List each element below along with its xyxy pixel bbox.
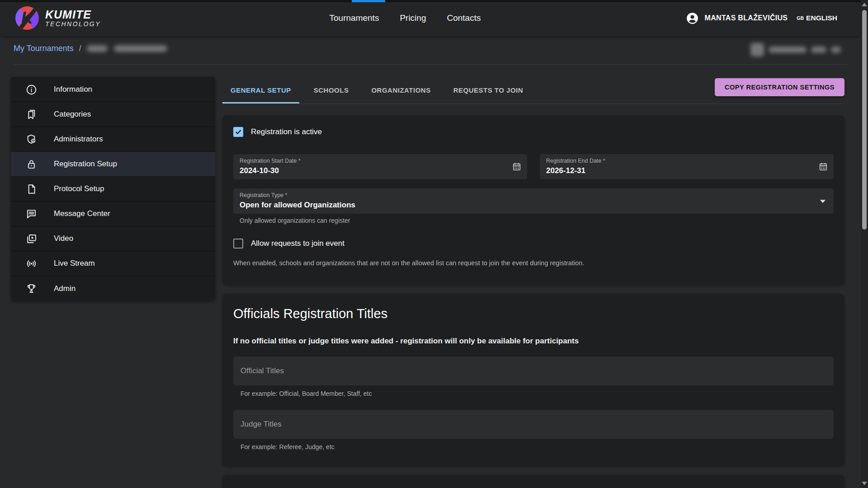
allow-requests-checkbox-row[interactable]: Allow requests to join event (233, 239, 834, 249)
top-strip (0, 0, 861, 2)
breadcrumb-link-my-tournaments[interactable]: My Tournaments (14, 44, 74, 53)
registration-active-checkbox-row[interactable]: Registration is active (233, 127, 834, 137)
document-icon (25, 183, 38, 195)
breadcrumb-divider (14, 64, 847, 65)
judge-titles-helper: For example: Referee, Judge, etc (241, 443, 834, 450)
registration-tabs: GENERAL SETUP SCHOOLS ORGANIZATIONS REQU… (222, 78, 844, 104)
tab-requests-to-join[interactable]: REQUESTS TO JOIN (445, 78, 531, 103)
redacted-date-badge (750, 43, 841, 56)
allow-requests-helper: When enabled, schools and organizations … (233, 259, 834, 267)
sidebar-item-information[interactable]: Information (11, 77, 215, 102)
kumite-logo-icon: K (15, 6, 39, 30)
registration-type-helper: Only allowed organizations can register (240, 217, 834, 224)
info-icon (25, 84, 38, 96)
video-library-icon (25, 233, 38, 245)
officials-titles-card: Officials Registration Titles If no offi… (222, 294, 844, 466)
calendar-icon[interactable] (818, 162, 828, 172)
copy-registration-settings-button[interactable]: COPY REGISTRATION SETTINGS (715, 78, 844, 96)
sidebar-item-message-center[interactable]: Message Center (11, 202, 215, 226)
registration-type-select[interactable]: Registration Type * Open for allowed Org… (233, 188, 834, 214)
registration-active-label: Registration is active (251, 127, 322, 136)
page-scrollbar[interactable] (861, 0, 868, 488)
sidebar-item-categories[interactable]: Categories (11, 102, 215, 127)
language-flag-gb: GB (797, 15, 804, 21)
breadcrumb-separator: / (79, 44, 81, 53)
nav-tournaments[interactable]: Tournaments (330, 13, 379, 23)
brand-subtitle: TECHNOLOGY (45, 20, 101, 28)
nav-contacts[interactable]: Contacts (447, 13, 481, 23)
live-stream-icon (25, 258, 38, 270)
categories-icon (25, 108, 38, 121)
sidebar-item-administrators[interactable]: Administrators (11, 127, 215, 152)
trophy-icon (25, 282, 38, 295)
tab-general-setup[interactable]: GENERAL SETUP (222, 78, 299, 103)
chevron-down-icon[interactable] (820, 200, 826, 203)
main-nav: Tournaments Pricing Contacts (330, 0, 481, 36)
judge-titles-input[interactable]: Judge Titles (233, 410, 834, 439)
officials-section-description: If no official titles or judge titles we… (233, 337, 834, 346)
allow-requests-label: Allow requests to join event (251, 239, 344, 248)
scrollbar-down-arrow-icon[interactable] (862, 482, 867, 485)
registration-start-date-field[interactable]: Registration Start Date * 2024-10-30 (233, 154, 527, 179)
official-titles-input[interactable]: Official Titles (233, 357, 834, 385)
general-setup-card: Registration is active Registration Star… (222, 115, 844, 285)
sidebar-item-video[interactable]: Video (11, 226, 215, 251)
calendar-icon-redacted (750, 43, 764, 56)
redacted-tournament-name (87, 45, 108, 52)
sidebar: Information Categories Administrators Re… (11, 77, 215, 301)
checkbox-checked-icon[interactable] (233, 127, 243, 137)
brand-logo[interactable]: K KUMITE TECHNOLOGY (15, 6, 101, 30)
lock-icon (25, 158, 38, 170)
app-header: K KUMITE TECHNOLOGY Tournaments Pricing … (0, 0, 861, 36)
redacted-tournament-name (114, 45, 167, 52)
tab-organizations[interactable]: ORGANIZATIONS (363, 78, 439, 103)
nav-pricing[interactable]: Pricing (400, 13, 426, 23)
required-information-card: Required Information (222, 475, 844, 488)
breadcrumb: My Tournaments / (14, 44, 167, 53)
brand-name: KUMITE (45, 9, 101, 20)
language-selector[interactable]: ENGLISH (806, 14, 837, 22)
checkbox-unchecked-icon[interactable] (233, 239, 243, 249)
scrollbar-thumb[interactable] (862, 10, 867, 230)
calendar-icon[interactable] (512, 162, 522, 172)
main-content: GENERAL SETUP SCHOOLS ORGANIZATIONS REQU… (222, 78, 844, 488)
sidebar-item-protocol-setup[interactable]: Protocol Setup (11, 177, 215, 202)
user-avatar-icon[interactable] (686, 12, 698, 24)
registration-end-date-field[interactable]: Registration End Date * 2026-12-31 (540, 154, 834, 179)
officials-section-title: Officials Registration Titles (233, 306, 834, 321)
message-icon (25, 208, 38, 220)
official-titles-helper: For example: Official, Board Member, Sta… (241, 390, 834, 397)
user-name[interactable]: MANTAS BLAŽEVIČIUS (705, 14, 788, 22)
sidebar-item-live-stream[interactable]: Live Stream (11, 251, 215, 276)
sidebar-item-admin[interactable]: Admin (11, 276, 215, 301)
scrollbar-up-arrow-icon[interactable] (862, 3, 867, 6)
admin-shield-icon (25, 133, 38, 145)
active-tab-indicator (352, 0, 385, 2)
user-area: MANTAS BLAŽEVIČIUS GB ENGLISH (686, 0, 837, 36)
sidebar-item-registration-setup[interactable]: Registration Setup (11, 152, 215, 177)
tab-schools[interactable]: SCHOOLS (306, 78, 357, 103)
